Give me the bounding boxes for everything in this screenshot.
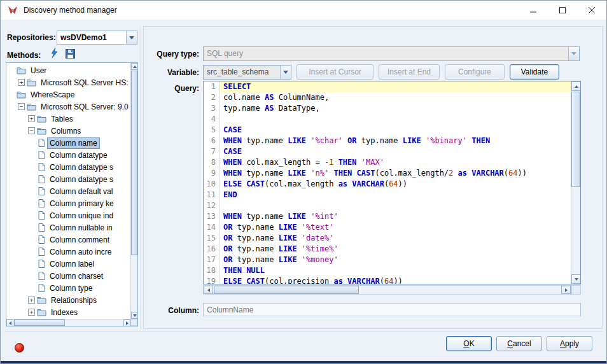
- chevron-down-icon[interactable]: [280, 66, 291, 79]
- tree-item[interactable]: Column comment: [6, 234, 130, 246]
- tree-hscroll-thumb[interactable]: [14, 319, 65, 326]
- tree-item[interactable]: Column nullable in: [6, 221, 130, 234]
- tree-item[interactable]: +Relationships: [6, 294, 130, 306]
- panel-divider: [141, 26, 141, 329]
- editor-scroll-down-icon[interactable]: [571, 274, 581, 284]
- tree-item-label: Column auto incre: [48, 247, 113, 257]
- code-line: 6WHEN typ.name LIKE '%char' OR typ.name …: [204, 136, 571, 146]
- tree-item[interactable]: Column primary ke: [6, 197, 130, 209]
- tree-scroll-left-icon[interactable]: [6, 319, 13, 326]
- tree-item[interactable]: User: [6, 64, 130, 76]
- tree-scroll-right-icon[interactable]: [123, 319, 130, 326]
- document-icon: [38, 211, 45, 220]
- methods-label: Methods:: [7, 51, 41, 60]
- error-status-icon: [15, 343, 24, 353]
- folder-icon: [27, 102, 36, 111]
- query-type-value: SQL query: [204, 47, 568, 60]
- tree-item[interactable]: Column default val: [6, 185, 130, 197]
- tree-item[interactable]: −Columns: [6, 125, 130, 137]
- tree-item[interactable]: Column auto incre: [6, 246, 130, 258]
- tree-item-label: Relationships: [49, 295, 99, 305]
- tree-item[interactable]: WhereScape: [6, 88, 130, 101]
- expander-spacer: [8, 91, 15, 98]
- apply-button[interactable]: Apply: [547, 336, 592, 351]
- code-line: 3typ.name AS DataType,: [204, 103, 571, 114]
- cancel-button[interactable]: Cancel: [496, 336, 542, 351]
- tree-item-label: Column unique ind: [48, 211, 115, 221]
- footer-divider: [4, 331, 603, 332]
- line-number: 10: [204, 179, 220, 190]
- code-text: ELSE CAST(col.max_length as VARCHAR(64)): [220, 179, 571, 190]
- minimize-button[interactable]: [519, 1, 548, 20]
- expand-plus-icon[interactable]: +: [28, 297, 35, 304]
- editor-scroll-right-icon[interactable]: [561, 286, 571, 294]
- tree-scroll-corner: [130, 319, 137, 326]
- tree-item-label: Microsoft SQL Server: 9.0 -: [39, 102, 130, 112]
- validate-button[interactable]: Validate: [510, 64, 559, 80]
- window-title: Discovery method manager: [24, 6, 117, 15]
- editor-scroll-left-icon[interactable]: [204, 286, 213, 294]
- tree-item-label: Indexes: [49, 307, 80, 318]
- collapse-minus-icon[interactable]: −: [18, 103, 25, 110]
- code-text: col.name AS ColumnName,: [220, 92, 571, 103]
- tree-item[interactable]: Column charset: [6, 270, 130, 282]
- document-icon: [38, 175, 45, 183]
- query-label: Query:: [147, 84, 199, 93]
- editor-scroll-up-icon[interactable]: [571, 81, 581, 91]
- repositories-label: Repositories:: [7, 33, 56, 42]
- column-field[interactable]: ColumnName: [203, 303, 581, 316]
- collapse-minus-icon[interactable]: −: [28, 127, 35, 134]
- insert-at-cursor-button: Insert at Cursor: [297, 64, 373, 80]
- expand-plus-icon[interactable]: +: [28, 309, 35, 316]
- code-text: WHEN typ.name LIKE '%char' OR typ.name L…: [220, 136, 571, 146]
- code-line: 10ELSE CAST(col.max_length as VARCHAR(64…: [204, 179, 571, 190]
- tree-vertical-scrollbar[interactable]: [130, 63, 137, 319]
- titlebar: Discovery method manager: [1, 1, 606, 20]
- tree-item-label: Column label: [48, 259, 96, 269]
- code-text: SELECT: [220, 81, 571, 92]
- tree-item[interactable]: Column datatype s: [6, 173, 130, 185]
- tree-item[interactable]: Column name: [6, 137, 130, 149]
- tree-item[interactable]: Column label: [6, 258, 130, 270]
- folder-icon: [37, 296, 46, 304]
- tree-item[interactable]: +Tables: [6, 113, 130, 125]
- editor-vscroll-thumb[interactable]: [571, 92, 580, 187]
- tree-vscroll-thumb[interactable]: [131, 71, 137, 255]
- tree-item-label: Column comment: [48, 235, 111, 245]
- tree-item[interactable]: +Indexes: [6, 306, 130, 318]
- tree-item-label: Column default val: [48, 186, 115, 197]
- tree-item[interactable]: Column type: [6, 282, 130, 294]
- code-line: 17OR typ.name LIKE '%money': [204, 255, 571, 265]
- query-editor[interactable]: 1SELECT2col.name AS ColumnName,3typ.name…: [203, 81, 581, 284]
- variable-select[interactable]: src_table_schema: [203, 65, 291, 80]
- code-line: 19ELSE CAST(col.precision as VARCHAR(64)…: [204, 276, 571, 284]
- expand-plus-icon[interactable]: +: [28, 115, 35, 122]
- tree-scroll-up-icon[interactable]: [131, 63, 138, 70]
- column-label: Column:: [147, 306, 199, 315]
- tree-item[interactable]: +Microsoft SQL Server HS: S: [6, 76, 130, 88]
- save-method-icon[interactable]: [66, 49, 75, 59]
- close-button[interactable]: [577, 1, 606, 20]
- refresh-methods-icon[interactable]: [50, 48, 58, 59]
- maximize-button[interactable]: [548, 1, 577, 20]
- line-number: 3: [204, 103, 220, 114]
- tree-item-label: Column type: [48, 283, 94, 293]
- folder-icon: [27, 78, 36, 87]
- tree-scroll-down-icon[interactable]: [131, 312, 138, 319]
- repositories-select[interactable]: wsDVDemo1: [57, 31, 137, 45]
- code-text: WHEN typ.name LIKE 'n%' THEN CAST(col.ma…: [220, 168, 571, 179]
- tree-item[interactable]: Column unique ind: [6, 209, 130, 221]
- expand-plus-icon[interactable]: +: [18, 79, 25, 86]
- editor-horizontal-scrollbar[interactable]: [203, 285, 571, 295]
- tree-horizontal-scrollbar[interactable]: [6, 319, 130, 326]
- tree-item[interactable]: Column datatype s: [6, 161, 130, 173]
- tree-item[interactable]: Column datatype: [6, 149, 130, 161]
- tree-item-label: WhereScape: [29, 90, 76, 100]
- tree-item[interactable]: −Microsoft SQL Server: 9.0 -: [6, 101, 130, 113]
- ok-button[interactable]: OK: [446, 336, 492, 351]
- editor-vertical-scrollbar[interactable]: [571, 81, 580, 284]
- editor-hscroll-thumb[interactable]: [214, 286, 359, 294]
- chevron-down-icon[interactable]: [126, 31, 137, 44]
- line-number: 5: [204, 125, 220, 136]
- folder-icon: [17, 66, 26, 74]
